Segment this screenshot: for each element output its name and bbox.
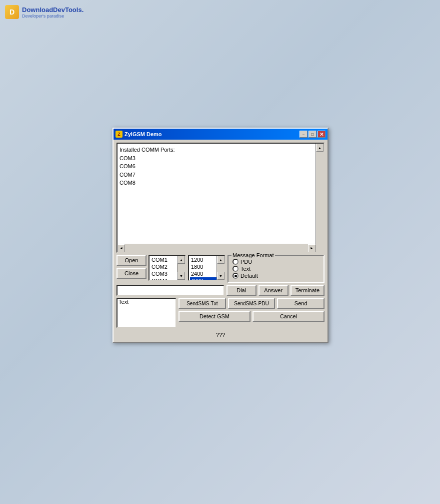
log-content: Installed COMM Ports: COM3 COM6 COM7 COM… bbox=[118, 144, 324, 189]
watermark-title: DownloadDevTools. bbox=[22, 6, 84, 14]
com-port-scrollbar[interactable]: ▲ ▼ bbox=[177, 256, 185, 280]
radio-text-label: Text bbox=[240, 266, 250, 272]
log-line-4: COM8 bbox=[120, 179, 322, 187]
scroll-track-h bbox=[125, 244, 308, 252]
dial-button[interactable]: Dial bbox=[226, 285, 256, 296]
phone-row: Dial Answer Terminate bbox=[116, 285, 324, 296]
message-format-label: Message Format bbox=[232, 252, 275, 258]
cancel-button[interactable]: Cancel bbox=[252, 311, 324, 322]
log-vscrollbar[interactable]: ▲ ▼ bbox=[316, 144, 324, 252]
controls-row: Open Close COM1 COM2 COM3 COM4 ▲ ▼ bbox=[116, 255, 324, 283]
sms-text-label: Text bbox=[118, 299, 128, 305]
com-scroll-up[interactable]: ▲ bbox=[178, 256, 185, 264]
sms-btn-row1: SendSMS-Txt SendSMS-PDU Send bbox=[178, 298, 324, 309]
com-scroll-track bbox=[178, 264, 185, 272]
scroll-left-btn[interactable]: ◄ bbox=[118, 244, 125, 252]
watermark-subtitle: Developer's paradise bbox=[22, 14, 84, 19]
scroll-track-v bbox=[316, 152, 324, 244]
baud-rate-listbox-container: 1200 1800 2400 4800 ▲ ▼ bbox=[188, 255, 226, 281]
radio-text[interactable] bbox=[232, 266, 238, 272]
status-bar: ??? bbox=[116, 331, 324, 339]
baud-rate-listbox[interactable]: 1200 1800 2400 4800 ▲ ▼ bbox=[188, 255, 226, 281]
scroll-corner bbox=[316, 244, 324, 252]
title-bar-buttons: – □ ✕ bbox=[300, 131, 326, 138]
radio-default-label: Default bbox=[240, 273, 258, 279]
com-scroll-down[interactable]: ▼ bbox=[178, 272, 185, 280]
sms-row: Text SendSMS-Txt SendSMS-PDU Send Detect… bbox=[116, 298, 324, 329]
scroll-right-btn[interactable]: ► bbox=[308, 244, 316, 252]
com-port-listbox[interactable]: COM1 COM2 COM3 COM4 ▲ ▼ bbox=[148, 255, 186, 281]
log-line-0: Installed COMM Ports: bbox=[120, 146, 322, 154]
radio-pdu[interactable] bbox=[232, 259, 238, 265]
status-text: ??? bbox=[216, 332, 225, 338]
close-button[interactable]: ✕ bbox=[318, 131, 326, 138]
baud-scroll-down[interactable]: ▼ bbox=[217, 272, 224, 280]
title-bar[interactable]: Z ZylGSM Demo – □ ✕ bbox=[114, 129, 328, 140]
send-sms-txt-button[interactable]: SendSMS-Txt bbox=[178, 298, 226, 309]
radio-pdu-row: PDU bbox=[232, 259, 320, 265]
send-sms-pdu-button[interactable]: SendSMS-PDU bbox=[228, 298, 276, 309]
sms-buttons: SendSMS-Txt SendSMS-PDU Send Detect GSM … bbox=[178, 298, 324, 329]
watermark-icon: D bbox=[5, 5, 19, 19]
radio-default[interactable] bbox=[232, 273, 238, 279]
open-button[interactable]: Open bbox=[116, 255, 146, 266]
window-icon: Z bbox=[116, 131, 122, 138]
window-title: ZylGSM Demo bbox=[124, 131, 298, 137]
log-line-2: COM6 bbox=[120, 162, 322, 171]
baud-scroll-up[interactable]: ▲ bbox=[217, 256, 224, 264]
radio-pdu-label: PDU bbox=[240, 259, 252, 265]
message-format-group: Message Format PDU Text Default bbox=[228, 255, 324, 283]
close-port-button[interactable]: Close bbox=[116, 268, 146, 279]
log-hscrollbar[interactable]: ◄ ► bbox=[118, 244, 316, 252]
main-window: Z ZylGSM Demo – □ ✕ Installed COMM Ports… bbox=[112, 128, 328, 343]
window-content: Installed COMM Ports: COM3 COM6 COM7 COM… bbox=[114, 140, 328, 342]
text-area-container: Text bbox=[116, 298, 176, 329]
sms-btn-row2: Detect GSM Cancel bbox=[178, 311, 324, 322]
baud-scroll-track bbox=[217, 264, 224, 272]
terminate-button[interactable]: Terminate bbox=[290, 285, 324, 296]
baud-scrollbar[interactable]: ▲ ▼ bbox=[216, 256, 224, 280]
restore-button[interactable]: □ bbox=[308, 131, 316, 138]
radio-text-row: Text bbox=[232, 266, 320, 272]
com-port-listbox-container: COM1 COM2 COM3 COM4 ▲ ▼ bbox=[148, 255, 186, 281]
log-line-1: COM3 bbox=[120, 154, 322, 163]
watermark: D DownloadDevTools. Developer's paradise bbox=[5, 5, 84, 19]
minimize-button[interactable]: – bbox=[300, 131, 308, 138]
open-close-buttons: Open Close bbox=[116, 255, 146, 279]
log-line-3: COM7 bbox=[120, 171, 322, 179]
send-button[interactable]: Send bbox=[277, 298, 324, 309]
radio-default-row: Default bbox=[232, 273, 320, 279]
log-area[interactable]: Installed COMM Ports: COM3 COM6 COM7 COM… bbox=[116, 143, 324, 253]
phone-input[interactable] bbox=[116, 285, 224, 296]
scroll-up-btn[interactable]: ▲ bbox=[316, 144, 324, 152]
answer-button[interactable]: Answer bbox=[258, 285, 288, 296]
detect-gsm-button[interactable]: Detect GSM bbox=[178, 311, 250, 322]
